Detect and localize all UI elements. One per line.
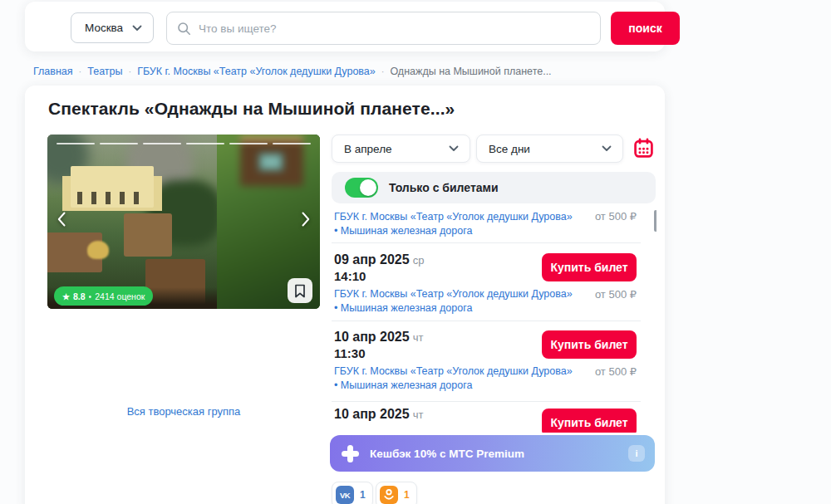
mts-cashback-icon bbox=[342, 445, 359, 462]
row-divider bbox=[332, 321, 641, 321]
chevron-down-icon bbox=[602, 145, 612, 152]
buy-ticket-button[interactable]: Купить билет bbox=[542, 253, 637, 281]
carousel-pagination bbox=[57, 143, 311, 144]
session-weekday: чт bbox=[413, 331, 424, 344]
top-bar: Москва поиск bbox=[25, 2, 665, 51]
breadcrumb: Главная · Театры · ГБУК г. Москвы «Театр… bbox=[33, 66, 552, 77]
share-vk-count: 1 bbox=[360, 489, 366, 501]
session-program-link[interactable]: • Мышиная железная дорога bbox=[334, 225, 538, 237]
tickets-only-label: Только с билетами bbox=[389, 181, 498, 194]
buy-ticket-button[interactable]: Купить билет bbox=[542, 330, 637, 359]
carousel-slide-current bbox=[47, 135, 217, 309]
bookmark-button[interactable] bbox=[288, 278, 312, 303]
session-time: 11:30 bbox=[334, 346, 366, 360]
page-title: Спектакль «Однажды на Мышиной планете...… bbox=[48, 99, 455, 119]
chevron-down-icon bbox=[132, 25, 142, 32]
vk-icon: VK bbox=[336, 486, 354, 504]
breadcrumb-separator: · bbox=[79, 66, 82, 76]
session-venue-link[interactable]: ГБУК г. Москвы «Театр «Уголок дедушки Ду… bbox=[334, 288, 538, 300]
page: Москва поиск Главная · Театры · ГБУК г. … bbox=[0, 0, 831, 504]
bookmark-icon bbox=[294, 284, 306, 298]
buy-ticket-button[interactable]: Купить билет bbox=[542, 409, 637, 433]
share-vk-button[interactable]: VK 1 bbox=[332, 482, 373, 504]
session-time: 14:10 bbox=[334, 269, 366, 283]
carousel-next-button[interactable] bbox=[298, 208, 313, 231]
search-button[interactable]: поиск bbox=[611, 12, 680, 45]
breadcrumb-separator: · bbox=[128, 66, 131, 76]
share-ok-count: 1 bbox=[404, 489, 410, 501]
chevron-down-icon bbox=[449, 145, 459, 152]
session-date: 10 апр 2025чт bbox=[334, 407, 423, 422]
info-icon[interactable]: i bbox=[628, 445, 645, 462]
row-divider bbox=[332, 242, 641, 243]
breadcrumb-theatres[interactable]: Театры bbox=[87, 66, 122, 77]
carousel-prev-button[interactable] bbox=[54, 208, 69, 231]
session-date: 09 апр 2025ср bbox=[334, 252, 424, 267]
breadcrumb-venue[interactable]: ГБУК г. Москвы «Театр «Уголок дедушки Ду… bbox=[137, 66, 376, 77]
cashback-banner-text: Кешбэк 10% с МТС Premium bbox=[370, 448, 617, 460]
calendar-button[interactable] bbox=[632, 137, 655, 159]
month-filter-select[interactable]: В апреле bbox=[332, 135, 470, 163]
city-selector-value: Москва bbox=[85, 22, 123, 34]
share-ok-button[interactable]: 1 bbox=[376, 482, 417, 504]
rating-votes: 2414 оценок bbox=[95, 291, 145, 301]
chevron-right-icon bbox=[302, 212, 310, 227]
session-price: от 500 ₽ bbox=[595, 288, 637, 301]
row-divider bbox=[332, 401, 641, 402]
session-venue-link[interactable]: ГБУК г. Москвы «Театр «Уголок дедушки Ду… bbox=[334, 365, 538, 377]
days-filter-value: Все дни bbox=[489, 143, 530, 155]
tickets-only-row: Только с билетами bbox=[332, 172, 656, 203]
calendar-icon bbox=[632, 137, 655, 159]
chevron-left-icon bbox=[57, 212, 66, 227]
photo-carousel[interactable]: 8.8 • 2414 оценок bbox=[47, 135, 320, 309]
rating-badge[interactable]: 8.8 • 2414 оценок bbox=[54, 286, 153, 306]
search-input[interactable] bbox=[199, 22, 590, 35]
breadcrumb-separator: · bbox=[381, 66, 385, 76]
city-selector[interactable]: Москва bbox=[71, 12, 154, 43]
days-filter-select[interactable]: Все дни bbox=[476, 135, 623, 163]
session-venue-link[interactable]: ГБУК г. Москвы «Театр «Уголок дедушки Ду… bbox=[334, 211, 538, 223]
breadcrumb-home[interactable]: Главная bbox=[33, 66, 73, 77]
breadcrumb-current: Однажды на Мышиной планете... bbox=[390, 66, 551, 77]
magnifier-icon bbox=[177, 22, 191, 36]
credits-link[interactable]: Вся творческая группа bbox=[47, 405, 320, 418]
session-program-link[interactable]: • Мышиная железная дорога bbox=[334, 379, 538, 391]
session-price: от 500 ₽ bbox=[595, 210, 637, 223]
session-date: 10 апр 2025чт bbox=[334, 330, 423, 345]
session-weekday: чт bbox=[413, 409, 424, 421]
rating-score: 8.8 bbox=[73, 291, 86, 301]
list-scrollbar-thumb[interactable] bbox=[654, 210, 656, 232]
tickets-only-toggle[interactable] bbox=[345, 178, 378, 198]
star-icon bbox=[62, 291, 70, 301]
cashback-banner[interactable]: Кешбэк 10% с МТС Premium i bbox=[330, 435, 655, 472]
search-field bbox=[166, 12, 601, 45]
session-program-link[interactable]: • Мышиная железная дорога bbox=[334, 302, 538, 314]
month-filter-value: В апреле bbox=[344, 143, 392, 155]
ok-icon bbox=[380, 486, 398, 504]
session-price: от 500 ₽ bbox=[595, 365, 637, 378]
rating-separator: • bbox=[89, 291, 92, 301]
session-weekday: ср bbox=[413, 254, 425, 267]
sessions-list: ГБУК г. Москвы «Театр «Уголок дедушки Ду… bbox=[332, 206, 656, 433]
